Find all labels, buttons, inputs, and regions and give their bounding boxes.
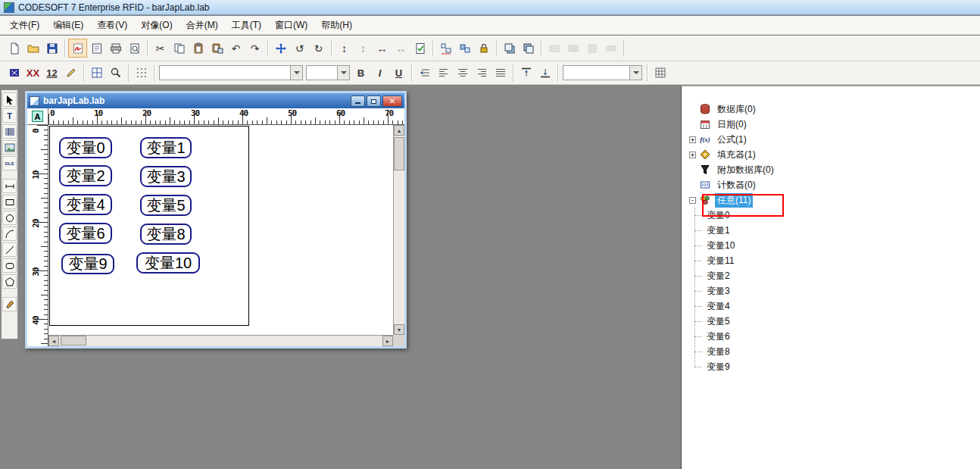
variable-object[interactable]: 变量5 xyxy=(140,195,192,216)
line-tool[interactable] xyxy=(2,179,17,193)
print-button[interactable] xyxy=(106,39,125,58)
menu-window[interactable]: 窗口(W) xyxy=(268,16,314,35)
bring-to-front-button[interactable] xyxy=(500,39,519,58)
restore-button[interactable] xyxy=(367,95,381,107)
vertical-scrollbar[interactable]: ▲ ▼ xyxy=(393,125,404,335)
variable-object[interactable]: 变量9 xyxy=(61,254,114,274)
tree-item-variable[interactable]: 变量5 xyxy=(689,314,977,329)
tree-item-variable[interactable]: 变量0 xyxy=(689,208,977,223)
scroll-left-button[interactable]: ◄ xyxy=(48,336,59,346)
menu-object[interactable]: 对像(O) xyxy=(134,16,179,35)
font-family-combobox[interactable] xyxy=(159,65,303,80)
undo-button[interactable]: ↶ xyxy=(226,39,245,58)
pen-button[interactable] xyxy=(61,64,80,83)
valign-top-button[interactable] xyxy=(517,64,535,83)
tree-item-variable[interactable]: 变量10 xyxy=(689,238,977,253)
tree-item-formula[interactable]: + f(x) 公式(1) xyxy=(689,132,977,147)
tree-item-filler[interactable]: + 填充器(1) xyxy=(689,147,977,162)
font-size-combobox[interactable] xyxy=(306,65,350,80)
underline-button[interactable]: U xyxy=(389,64,408,83)
validate-button[interactable] xyxy=(410,39,429,58)
menu-view[interactable]: 查看(V) xyxy=(90,16,134,35)
document-titlebar[interactable]: barJapLab.lab ✕ xyxy=(27,93,404,108)
ruler-corner[interactable]: A xyxy=(27,108,48,125)
polygon-tool[interactable] xyxy=(2,274,17,289)
scroll-right-button[interactable]: ► xyxy=(382,336,393,346)
object-dropdown-button[interactable] xyxy=(629,66,641,80)
tree-item-free-variables[interactable]: - 任意(11) xyxy=(689,192,977,208)
align-center-button[interactable] xyxy=(453,64,472,83)
minimize-button[interactable] xyxy=(351,95,365,107)
pointer-tool[interactable] xyxy=(2,92,17,107)
scroll-up-button[interactable]: ▲ xyxy=(394,125,404,136)
signature-button[interactable] xyxy=(68,39,87,58)
app-titlebar[interactable]: CODESOFT 7 Enterprise RFID - barJapLab.l… xyxy=(0,0,980,15)
save-button[interactable] xyxy=(42,39,61,58)
rectangle-tool[interactable] xyxy=(2,195,17,209)
variable-object[interactable]: 变量3 xyxy=(140,166,192,187)
open-button[interactable] xyxy=(23,39,42,58)
rfid-chip-1-button[interactable] xyxy=(545,39,563,58)
image-tool[interactable] xyxy=(2,140,17,155)
bold-button[interactable]: B xyxy=(351,64,370,83)
valign-bottom-button[interactable] xyxy=(535,64,554,83)
tree-item-variable[interactable]: 变量6 xyxy=(689,329,977,344)
tree-item-variable[interactable]: 变量2 xyxy=(689,268,977,283)
free-width-button[interactable]: ↔ xyxy=(392,39,410,58)
paste-button[interactable] xyxy=(189,39,208,58)
rfid-chip-4-button[interactable] xyxy=(601,39,620,58)
align-justify-button[interactable] xyxy=(491,64,510,83)
tree-item-counter[interactable]: 计数器(0) xyxy=(689,177,977,192)
move-button[interactable] xyxy=(271,39,290,58)
new-button[interactable] xyxy=(5,39,23,58)
paste-special-button[interactable] xyxy=(208,39,226,58)
font-size-dropdown-button[interactable] xyxy=(337,66,349,80)
redo-button[interactable]: ↷ xyxy=(245,39,264,58)
print-preview-button[interactable] xyxy=(125,39,144,58)
tree-item-database[interactable]: 数据库(0) xyxy=(689,102,977,117)
label-canvas[interactable]: 变量0 变量1 变量2 变量3 变量4 变量5 变量6 变量8 变量9 变量10 xyxy=(48,125,393,335)
close-button[interactable]: ✕ xyxy=(382,95,402,107)
fit-height-button[interactable]: ↕ xyxy=(335,39,354,58)
collapse-minus-icon[interactable]: - xyxy=(689,197,696,204)
rotate-right-button[interactable]: ↻ xyxy=(309,39,328,58)
italic-button[interactable]: I xyxy=(370,64,389,83)
expand-plus-icon[interactable]: + xyxy=(689,136,696,143)
ole-tool[interactable]: OLE xyxy=(2,156,17,170)
object-combobox[interactable] xyxy=(563,65,642,80)
tree-item-variable[interactable]: 变量3 xyxy=(689,283,977,299)
text-direction-button[interactable] xyxy=(415,64,434,83)
expand-plus-icon[interactable]: + xyxy=(689,152,696,158)
point-size-button[interactable]: 12 xyxy=(42,64,61,83)
rfid-chip-3-button[interactable] xyxy=(582,39,601,58)
ellipse-tool[interactable] xyxy=(2,211,17,225)
tree-item-variable[interactable]: 变量11 xyxy=(689,253,977,268)
scroll-down-button[interactable]: ▼ xyxy=(394,324,404,335)
horizontal-scroll-thumb[interactable] xyxy=(61,336,86,345)
horizontal-scrollbar[interactable]: ◄ ► xyxy=(48,335,393,346)
grid-button[interactable] xyxy=(132,64,151,83)
oblique-line-tool[interactable] xyxy=(2,242,17,257)
rfid-chip-2-button[interactable] xyxy=(563,39,582,58)
send-to-back-button[interactable] xyxy=(519,39,538,58)
menu-file[interactable]: 文件(F) xyxy=(3,16,46,35)
lock-button[interactable] xyxy=(474,39,493,58)
variable-object[interactable]: 变量4 xyxy=(59,194,112,215)
rotate-left-button[interactable]: ↺ xyxy=(290,39,309,58)
vertical-scroll-thumb[interactable] xyxy=(394,137,404,170)
arc-tool[interactable] xyxy=(2,227,17,241)
text-tool[interactable]: T xyxy=(2,108,17,123)
menu-merge[interactable]: 合并(M) xyxy=(179,16,225,35)
menu-tools[interactable]: 工具(T) xyxy=(225,16,268,35)
brush-tool[interactable] xyxy=(2,297,17,311)
tree-item-variable[interactable]: 变量4 xyxy=(689,299,977,314)
barcode-tool[interactable] xyxy=(2,124,17,139)
variable-object[interactable]: 变量10 xyxy=(136,252,200,274)
rounded-rectangle-tool[interactable] xyxy=(2,258,17,273)
menu-edit[interactable]: 编辑(E) xyxy=(46,16,90,35)
menu-help[interactable]: 帮助(H) xyxy=(314,16,359,35)
cut-button[interactable]: ✂ xyxy=(151,39,170,58)
invert-text-button[interactable] xyxy=(5,64,23,83)
zoom-button[interactable] xyxy=(106,64,125,83)
tree-item-date[interactable]: 日期(0) xyxy=(689,117,977,132)
